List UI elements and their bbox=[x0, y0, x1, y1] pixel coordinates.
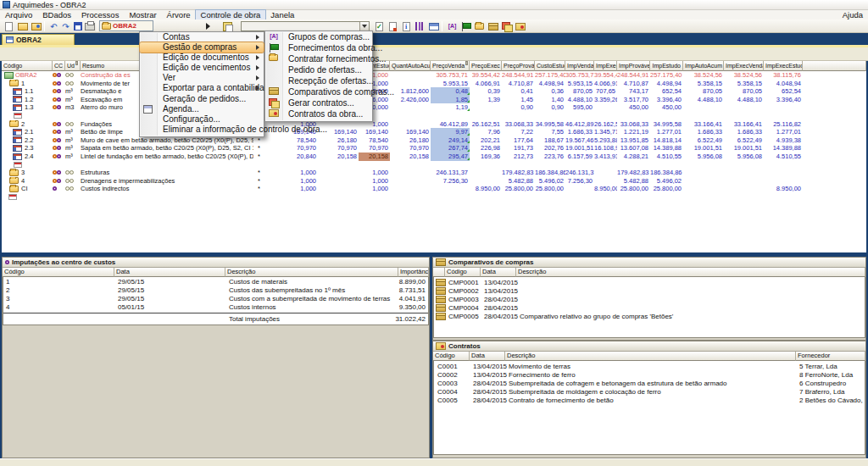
imputacao-row[interactable]: 129/05/15Custos de materais8.899,00 bbox=[3, 278, 428, 286]
column-header-impexec[interactable]: ImpExec bbox=[594, 61, 617, 71]
list-column-header-descrição[interactable]: Descrição bbox=[225, 268, 398, 277]
column-header-impvenda[interactable]: ImpVenda bbox=[565, 61, 594, 71]
toolbar-button-folder-icon[interactable] bbox=[473, 20, 486, 32]
table-row[interactable] bbox=[2, 112, 866, 120]
toolbar-button-paste-icon[interactable] bbox=[221, 20, 234, 32]
comparativo-row[interactable]: CMP000428/04/2015 bbox=[434, 304, 865, 313]
column-header-código[interactable]: Código bbox=[2, 61, 53, 71]
list-column-header-código[interactable]: Código bbox=[433, 352, 470, 361]
menu-item-eliminar-a-informa-o-de-controlo-de-obra[interactable]: Eliminar a informação de controlo de obr… bbox=[140, 125, 264, 135]
toolbar-button-doc-info-icon[interactable] bbox=[400, 20, 413, 32]
submenu-item-contratar-fornecimentos[interactable]: Contratar fornecimentos... bbox=[265, 53, 372, 64]
table-row[interactable]: 2.4m³Lintel de fundação em betão armado,… bbox=[2, 153, 866, 161]
contrato-row[interactable]: C000213/04/2015Fornecimento de ferro8 Fe… bbox=[434, 371, 865, 380]
toolbar-button-chart-bars-icon[interactable] bbox=[414, 20, 426, 32]
list-column-header-blank[interactable] bbox=[433, 268, 445, 277]
menu-ajuda[interactable]: Ajuda bbox=[843, 10, 863, 19]
submenu-item-gerar-contratos[interactable]: Gerar contratos... bbox=[265, 97, 372, 108]
column-header-impexecvenda[interactable]: ImpExecVenda bbox=[724, 61, 764, 71]
toolbar-button-folder-users-icon[interactable] bbox=[30, 20, 42, 32]
imputacao-row[interactable]: 329/05/15Custos com a subempreitada de m… bbox=[3, 295, 428, 303]
list-column-header-importância[interactable]: Importância bbox=[398, 268, 429, 277]
table-row[interactable]: 1.2m³Escavação em*2.426,0002.426,0001,85… bbox=[2, 96, 866, 104]
submenu-item-pedido-de-ofertas[interactable]: Pedido de ofertas... bbox=[265, 64, 372, 75]
column-header-cc[interactable]: CC bbox=[53, 61, 65, 71]
menu-item-agenda[interactable]: Agenda... bbox=[140, 104, 264, 114]
table-row[interactable]: 2.3m³Sapata em betão armado, betão C20/2… bbox=[2, 144, 866, 153]
toolbar-button-save-icon[interactable] bbox=[71, 20, 84, 32]
list-column-header-data[interactable]: Data bbox=[481, 268, 516, 277]
toolbar-button-envelope-icon[interactable] bbox=[514, 20, 526, 32]
tab-obra2[interactable]: OBRA2 bbox=[2, 34, 75, 45]
menu-item-contas[interactable]: Contas bbox=[140, 32, 264, 42]
table-row[interactable] bbox=[2, 161, 866, 169]
table-row[interactable]: 2.1m³Betão de limpe*169,140169,140169,14… bbox=[2, 128, 866, 136]
submenu-item-grupos-de-compras[interactable]: Grupos de compras...[A] bbox=[265, 31, 372, 42]
table-row[interactable]: 1Movimento de ter*1,0005.953,154.066,914… bbox=[2, 80, 866, 88]
contrato-row[interactable]: C000113/04/2015Movimento de terras5 Terr… bbox=[434, 363, 865, 371]
toolbar-button-doc-new-icon[interactable] bbox=[3, 20, 15, 32]
list-column-header-código[interactable]: Código bbox=[3, 268, 114, 277]
list-column-header-código[interactable]: Código bbox=[445, 268, 481, 277]
menu-item-edi-o-de-vencimentos[interactable]: Edição de vencimentos bbox=[140, 63, 264, 73]
list-column-header-data[interactable]: Data bbox=[470, 352, 505, 361]
column-header-impautoacum[interactable]: ImpAutoAcum bbox=[683, 61, 724, 71]
column-header-impexecestudo[interactable]: ImpExecEstudo bbox=[764, 61, 803, 71]
toolbar-button-table-grid-icon[interactable] bbox=[427, 20, 440, 32]
toolbar-button-pages-icon[interactable] bbox=[500, 20, 513, 32]
toolbar-button-doc-check-icon[interactable] bbox=[373, 20, 386, 32]
contrato-row[interactable]: C000528/04/2015Contrato de fornecimento … bbox=[434, 397, 865, 405]
menubar-item-janela[interactable]: Janela bbox=[265, 10, 299, 19]
column-header-preçovenda[interactable]: PreçoVenda bbox=[431, 61, 470, 71]
menubar-item-bdados[interactable]: BDados bbox=[37, 10, 76, 19]
table-row[interactable]: 1.1m³Desmatação e*1.812,6001.812,6000,48… bbox=[2, 87, 866, 96]
table-row[interactable]: 1.3m3Aterro do muro*500,0001,190,900,905… bbox=[2, 103, 866, 112]
table-row[interactable]: 2Fundações*1,0001,00046.412,8926.162,513… bbox=[2, 120, 866, 129]
list-column-header-descrição[interactable]: Descrição bbox=[516, 268, 865, 277]
toolbar-button-box-icon[interactable] bbox=[487, 20, 499, 32]
toolbar-button-groups-icon[interactable]: [A] bbox=[446, 20, 459, 32]
table-row[interactable]: 3Estruturas*1,0001,000246.131,37179.482,… bbox=[2, 169, 866, 177]
menubar-item--rvore[interactable]: Árvore bbox=[162, 10, 196, 19]
toolbar-button-doc-add-icon[interactable] bbox=[387, 20, 399, 32]
toolbar-button-flag-icon[interactable] bbox=[459, 20, 472, 32]
table-row[interactable]: CICustos indirectos*1,0001,0008.950,0025… bbox=[2, 185, 866, 193]
imputacao-row[interactable]: 229/05/15Custos das subempreitadas no 1º… bbox=[3, 286, 428, 295]
toolbar-job-button[interactable]: OBRA2 bbox=[99, 20, 153, 31]
column-header-impestudo[interactable]: ImpEstudo bbox=[650, 61, 683, 71]
new-row-icon[interactable] bbox=[14, 113, 22, 119]
table-row[interactable]: 4Drenagens e impermeabilizações*1,0001,0… bbox=[2, 177, 866, 186]
menubar-item-arquivo[interactable]: Arquivo bbox=[0, 10, 37, 19]
comparativo-row[interactable]: CMP000528/04/2015Comparativo relativo ao… bbox=[434, 313, 865, 321]
menu-item-gera-o-de-pedidos[interactable]: Geração de pedidos... bbox=[140, 94, 264, 104]
table-row[interactable]: 2.2m³Muro de cave em betão armado, betão… bbox=[2, 136, 866, 145]
new-row-icon[interactable] bbox=[14, 162, 22, 168]
contrato-row[interactable]: C000428/04/2015Subempreitada de moldagem… bbox=[434, 388, 865, 397]
menu-item-configura-o[interactable]: Configuração... bbox=[140, 114, 264, 125]
column-header-preçoprovável[interactable]: PreçoProvável bbox=[502, 61, 535, 71]
table-row[interactable] bbox=[2, 193, 866, 202]
column-header-ud[interactable]: Ud bbox=[65, 61, 81, 71]
list-column-header-fornecedor[interactable]: Fornecedor bbox=[796, 352, 865, 361]
menubar-item-processos[interactable]: Processos bbox=[76, 10, 124, 19]
toolbar-button-undo-icon[interactable] bbox=[47, 20, 60, 32]
menubar-item-mostrar[interactable]: Mostrar bbox=[124, 10, 161, 19]
comparativo-row[interactable]: CMP000328/04/2015 bbox=[434, 296, 865, 304]
submenu-item-recep-o-de-ofertas[interactable]: Recepção de ofertas... bbox=[265, 75, 372, 86]
submenu-item-fornecimentos-da-obra[interactable]: Fornecimentos da obra... bbox=[265, 42, 372, 53]
chevron-down-icon[interactable] bbox=[359, 22, 369, 31]
column-header-quantautoacum[interactable]: QuantAutoAcum bbox=[390, 61, 431, 71]
comparativo-row[interactable]: CMP000213/04/2015 bbox=[434, 287, 865, 296]
menu-item-gest-o-de-compras[interactable]: Gestão de compras bbox=[140, 42, 264, 53]
toolbar-overflow-icon[interactable] bbox=[206, 23, 210, 30]
comparativo-row[interactable]: CMP000113/04/2015 bbox=[434, 279, 865, 287]
list-column-header-descrição[interactable]: Descrição bbox=[505, 352, 796, 361]
menu-item-ver[interactable]: Ver bbox=[140, 73, 264, 83]
column-header-custoestudo[interactable]: CustoEstudo bbox=[535, 61, 565, 71]
menubar-item-controle-de-obra[interactable]: Controle de obra bbox=[196, 10, 266, 19]
toolbar-button-print-icon[interactable] bbox=[83, 20, 96, 32]
contrato-row[interactable]: C000328/04/2015Subempreitada de cofragem… bbox=[434, 380, 865, 388]
column-header-preçoexec[interactable]: PreçoExec bbox=[470, 61, 502, 71]
column-header-impprovável[interactable]: ImpProvável bbox=[617, 61, 650, 71]
menu-item-exportar-para-a-contabilidade[interactable]: Exportar para a contabilidade bbox=[140, 83, 264, 93]
